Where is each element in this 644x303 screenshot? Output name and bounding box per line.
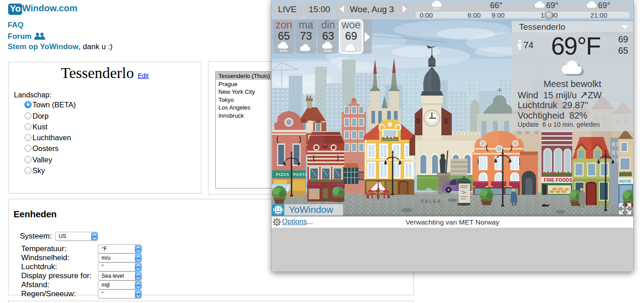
svg-text:HOTE: HOTE	[619, 179, 631, 184]
svg-text:PASTA: PASTA	[293, 172, 308, 177]
svg-text:PIZZA: PIZZA	[276, 172, 289, 177]
svg-text:FINE FOODS: FINE FOODS	[544, 178, 572, 183]
svg-text:SALSA: SALSA	[421, 199, 441, 204]
